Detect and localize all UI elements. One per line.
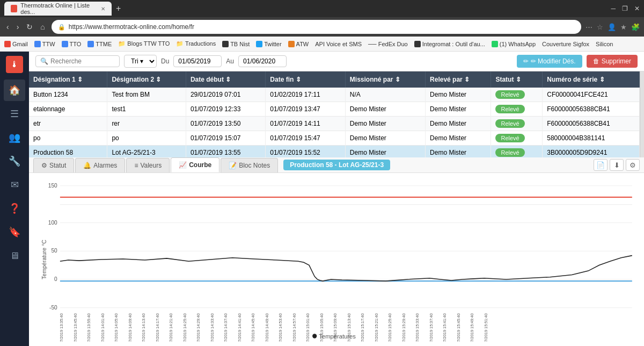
table-scrollbar[interactable] [640,71,644,157]
bookmark-ttw[interactable]: TTW [34,41,55,47]
home-nav-button[interactable]: ⌂ [38,21,47,32]
tabs-bar: ⚙ Statut 🔔 Alarmes ≡ Valeurs 📈 Courbe 📝 … [29,157,644,173]
browser-tab[interactable]: Thermotrack Online | Liste des... ✕ [4,2,112,16]
app-logo[interactable]: 🌡 [6,56,23,73]
bookmark-tto[interactable]: TTO [62,41,82,47]
pdf-button[interactable]: 📄 [594,159,608,171]
col-desig1[interactable]: Désignation 1 ⇕ [29,71,107,88]
bookmark-star-icon[interactable]: ☆ [597,23,603,31]
sidebar-item-help[interactable]: ❓ [4,198,25,219]
close-button[interactable]: ✕ [634,5,640,12]
config-button[interactable]: ⚙ [626,159,640,171]
modifier-label: ✏ Modifier Dés. [531,57,576,65]
list-icon: ≡ [134,162,138,169]
tab-statut[interactable]: ⚙ Statut [33,158,74,172]
ttme-icon [87,41,94,47]
tab-valeurs[interactable]: ≡ Valeurs [126,158,170,172]
tab-bloc-notes[interactable]: 📝 Bloc Notes [221,158,278,172]
sidebar-item-users[interactable]: 👥 [4,127,25,148]
minimize-button[interactable]: ─ [611,5,616,12]
cell-releve: Demo Mister [426,88,491,102]
sidebar-item-home[interactable]: 🏠 [4,80,25,101]
table-row[interactable]: etr rer 01/07/2019 13:50 01/07/2019 14:1… [29,117,640,131]
date-to-input[interactable] [238,55,287,67]
tto-icon [62,41,68,47]
restore-button[interactable]: ❐ [622,5,628,12]
back-button[interactable]: ‹ [4,21,11,32]
tab-alarmes[interactable]: 🔔 Alarmes [75,158,125,172]
sidebar-item-monitor[interactable]: 🖥 [4,245,25,266]
col-releve[interactable]: Relevé par ⇕ [426,71,491,88]
col-date-fin[interactable]: Date fin ⇕ [266,71,345,88]
bookmark-whatsapp[interactable]: (1) WhatsApp [492,41,536,47]
sidebar-item-bookmarks[interactable]: 🔖 [4,221,25,243]
bookmark-gmail[interactable]: Gmail [4,41,28,47]
status-badge: Relevé [495,148,524,157]
sidebar-item-menu[interactable]: ☰ [4,103,25,125]
table-scroll[interactable]: Désignation 1 ⇕ Désignation 2 ⇕ Date déb… [29,71,640,157]
col-desig2[interactable]: Désignation 2 ⇕ [107,71,186,88]
table-row[interactable]: po po 01/07/2019 15:07 01/07/2019 15:47 … [29,131,640,146]
search-box[interactable]: 🔍 [35,55,120,67]
col-statut[interactable]: Statut ⇕ [491,71,543,88]
svg-text:01/07/2019 14:09:40: 01/07/2019 14:09:40 [128,313,133,342]
tab-valeurs-label: Valeurs [140,162,162,169]
bookmark-ttme[interactable]: TTME [87,41,112,47]
sidebar-item-tools[interactable]: 🔧 [4,150,25,172]
tab-bloc-notes-label: Bloc Notes [239,162,270,169]
col-missionne[interactable]: Missionné par ⇕ [345,71,425,88]
profile-icon[interactable]: 👤 [608,23,616,31]
cell-statut: Relevé [491,102,543,117]
search-input[interactable] [50,57,115,65]
date-from-input[interactable] [173,55,222,67]
supprimer-button[interactable]: 🗑 Supprimer [587,55,638,68]
bookmark-trad[interactable]: 📁 Traductions [176,40,216,47]
forward-button[interactable]: › [14,21,21,32]
refresh-button[interactable]: ↻ [24,21,35,32]
bookmark-tb[interactable]: TB Nist [222,41,250,47]
svg-text:01/07/2019 13:45:40: 01/07/2019 13:45:40 [73,313,78,342]
col-date-debut[interactable]: Date début ⇕ [186,71,265,88]
address-bar: ‹ › ↻ ⌂ 🔒 https://www.thermotrack-online… [0,17,644,37]
data-table: Désignation 1 ⇕ Désignation 2 ⇕ Date déb… [29,71,640,157]
temperature-chart: Température °C 150 100 50 0 -50 [35,177,638,342]
svg-text:01/07/2019 15:25:40: 01/07/2019 15:25:40 [387,313,392,342]
cell-statut: Relevé [491,117,543,131]
svg-text:01/07/2019 14:37:40: 01/07/2019 14:37:40 [223,313,228,342]
content-area: 🔍 Tri ▾ Du Au ✏ ✏ Modifier Dés. 🗑 Suppri… [29,52,644,346]
sidebar-item-mail[interactable]: ✉ [4,174,25,196]
table-row[interactable]: Production 58 Lot AG-25/21-3 01/07/2019 … [29,146,640,158]
modifier-button[interactable]: ✏ ✏ Modifier Dés. [517,55,582,68]
extensions-icon[interactable]: ⋯ [586,23,592,31]
bookmark-sigfox[interactable]: Couverture Sigfox [542,41,589,47]
bookmark-atw[interactable]: ATW [288,41,309,47]
bookmark-blogs[interactable]: 📁 Blogs TTW TTO [118,40,170,47]
bookmark-silicon[interactable]: Silicon [596,41,613,47]
cell-desig1: Button 1234 [29,88,107,102]
sidebar: 🌡 🏠 ☰ 👥 🔧 ✉ ❓ 🔖 🖥 [0,52,29,346]
download-button[interactable]: ⬇ [610,159,624,171]
tab-courbe[interactable]: 📈 Courbe [171,157,219,172]
puzzle-icon[interactable]: 🧩 [631,23,640,31]
tri-select[interactable]: Tri ▾ [124,55,157,68]
cell-desig1: etr [29,117,107,131]
address-input-box[interactable]: 🔒 https://www.thermotrack-online.com/hom… [52,20,581,34]
table-row[interactable]: Button 1234 Test from BM 29/01/2019 07:0… [29,88,640,102]
table-row[interactable]: etalonnage test1 01/07/2019 12:33 01/07/… [29,102,640,117]
cell-date-fin: 01/07/2019 14:11 [266,117,345,131]
star-icon[interactable]: ★ [620,23,627,31]
col-numero[interactable]: Numéro de série ⇕ [543,71,640,88]
bookmark-fedex[interactable]: ── FedEx Duo [368,41,408,47]
svg-text:01/07/2019 14:53:40: 01/07/2019 14:53:40 [278,313,283,342]
bookmark-twitter[interactable]: Twitter [256,41,281,47]
svg-text:01/07/2019 15:41:40: 01/07/2019 15:41:40 [442,313,447,342]
svg-text:01/07/2019 15:37:40: 01/07/2019 15:37:40 [429,313,434,342]
new-tab-button[interactable]: + [116,4,121,13]
cell-date-fin: 01/02/2019 17:11 [266,88,345,102]
bookmark-integromat[interactable]: Integromat : Outil d'au... [414,41,485,47]
cell-desig2: Test from BM [107,88,186,102]
svg-text:01/07/2019 15:49:40: 01/07/2019 15:49:40 [470,313,474,342]
bookmark-api[interactable]: API Voice et SMS [315,41,362,47]
gmail-icon [4,41,11,47]
tab-close[interactable]: ✕ [101,6,105,12]
